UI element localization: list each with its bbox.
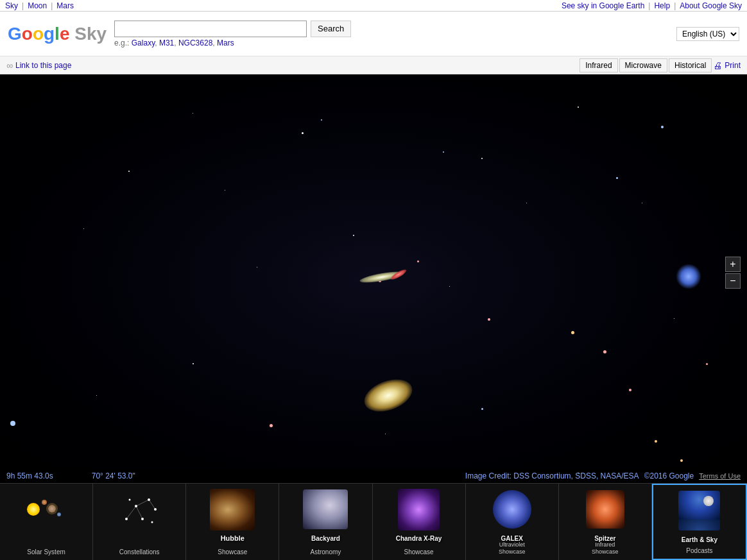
search-input[interactable] — [114, 21, 307, 37]
thumbnail-solar-system[interactable]: Solar System — [0, 484, 93, 560]
galex-image — [466, 484, 558, 535]
star — [571, 331, 574, 334]
pipe-1: | — [22, 1, 24, 10]
example-galaxy[interactable]: Galaxy — [132, 38, 155, 47]
terms-link[interactable]: Terms of Use — [699, 472, 741, 480]
google-logo: Google — [8, 24, 74, 44]
hubble-label: Showcase — [186, 548, 279, 556]
search-bar: Google Sky Search e.g.: Galaxy, M31, NGC… — [0, 12, 747, 56]
printer-icon: 🖨 — [713, 60, 722, 71]
sky-link[interactable]: Sky — [5, 1, 18, 10]
image-credit: Image Credit: DSS Consortium, SDSS, NASA… — [465, 471, 639, 480]
coordinates-bar: 9h 55m 43.0s 70° 24' 53.0" Image Credit:… — [0, 469, 747, 483]
star — [443, 151, 444, 153]
search-row: Search — [114, 21, 351, 37]
print-label: Print — [725, 61, 741, 70]
svg-point-8 — [141, 518, 144, 520]
help-link[interactable]: Help — [654, 1, 670, 10]
chandra-graphic — [398, 489, 440, 530]
star — [481, 158, 483, 159]
svg-point-7 — [154, 508, 157, 511]
star — [193, 113, 193, 114]
mars-link[interactable]: Mars — [56, 1, 74, 10]
planet-graphic — [42, 500, 47, 505]
star — [128, 171, 130, 172]
bottom-bar: Solar System Co — [0, 483, 747, 560]
sky-view[interactable]: + − 9h 55m 43.0s 70° 24' 53.0" Image Cre… — [0, 74, 747, 483]
zoom-controls: + − — [725, 257, 741, 289]
microwave-button[interactable]: Microwave — [619, 58, 667, 72]
thumbnail-constellations[interactable]: Constellations — [93, 484, 186, 560]
language-selector-wrapper: English (US) Español Français Deutsch 日本… — [676, 27, 739, 41]
view-buttons: Infrared Microwave Historical 🖨 Print — [580, 58, 741, 72]
svg-line-3 — [136, 506, 142, 519]
thumbnail-galex[interactable]: GALEX UltravioletShowcase — [466, 484, 559, 560]
thumbnail-spitzer[interactable]: Spitzer InfraredShowcase — [559, 484, 652, 560]
pipe-4: | — [674, 1, 676, 10]
chandra-overlay-label: Chandra X-Ray — [373, 535, 465, 542]
star — [661, 126, 664, 128]
star — [270, 424, 273, 427]
star — [225, 190, 225, 191]
star — [680, 459, 683, 462]
see-sky-link[interactable]: See sky in Google Earth — [562, 1, 644, 10]
star — [481, 408, 483, 410]
sun-graphic — [27, 503, 40, 516]
solar-system-graphic — [24, 487, 69, 532]
dec-coordinate: 70° 24' 53.0" — [92, 471, 135, 480]
star — [257, 267, 257, 267]
star — [10, 421, 15, 426]
galex-graphic — [493, 490, 531, 529]
earth-sky-label: Podcasts — [653, 547, 746, 555]
example-m31[interactable]: M31 — [159, 38, 174, 47]
svg-line-1 — [136, 500, 149, 506]
top-bar: Sky | Moon | Mars See sky in Google Eart… — [0, 0, 747, 12]
zoom-in-button[interactable]: + — [725, 257, 741, 272]
print-button[interactable]: 🖨 Print — [713, 60, 741, 71]
thumbnail-backyard[interactable]: Backyard Astronomy — [279, 484, 372, 560]
thumbnail-chandra[interactable]: Chandra X-Ray Showcase — [373, 484, 466, 560]
chandra-label: Showcase — [373, 548, 465, 556]
spitzer-label: InfraredShowcase — [559, 541, 651, 556]
link-to-page-label: Link to this page — [15, 61, 71, 70]
google-copyright: ©2016 Google — [644, 471, 694, 480]
historical-button[interactable]: Historical — [669, 58, 712, 72]
spitzer-image — [559, 484, 651, 535]
earth-sky-graphic — [678, 491, 720, 530]
zoom-out-button[interactable]: − — [725, 273, 741, 289]
thumbnail-earth-sky[interactable]: Earth & Sky Podcasts — [652, 484, 747, 560]
chandra-image — [373, 484, 465, 535]
backyard-label: Astronomy — [279, 548, 372, 556]
thumbnail-hubble[interactable]: Hubble Showcase — [186, 484, 279, 560]
star — [655, 440, 657, 443]
search-input-area: Search e.g.: Galaxy, M31, NGC3628, Mars — [114, 21, 351, 47]
top-nav: Sky | Moon | Mars — [5, 1, 74, 10]
moon-link[interactable]: Moon — [28, 1, 47, 10]
earth-sky-overlay-label: Earth & Sky — [653, 536, 746, 543]
star — [603, 350, 606, 353]
hubble-graphic — [210, 489, 255, 530]
earth-sky-image — [653, 485, 746, 536]
sky-logo-text: Sky — [74, 24, 107, 44]
link-to-page[interactable]: ∞ Link to this page — [6, 60, 71, 71]
star — [193, 363, 194, 364]
svg-line-2 — [149, 500, 155, 509]
star — [385, 434, 386, 434]
example-ngc3628[interactable]: NGC3628 — [178, 38, 212, 47]
svg-point-6 — [148, 498, 150, 501]
blue-nebula — [676, 264, 701, 289]
infrared-button[interactable]: Infrared — [580, 58, 617, 72]
svg-point-4 — [125, 518, 128, 520]
svg-point-10 — [151, 522, 153, 523]
google-sky-logo: Google Sky — [8, 24, 107, 44]
example-prefix: e.g.: — [114, 38, 129, 47]
language-select[interactable]: English (US) Español Français Deutsch 日本… — [676, 27, 739, 41]
constellations-graphic — [117, 487, 162, 532]
star — [526, 203, 527, 203]
about-link[interactable]: About Google Sky — [680, 1, 742, 10]
sky-top — [678, 491, 720, 520]
star — [83, 228, 84, 229]
search-button[interactable]: Search — [311, 21, 351, 37]
logo-area: Google Sky — [8, 24, 107, 44]
example-mars[interactable]: Mars — [217, 38, 234, 47]
